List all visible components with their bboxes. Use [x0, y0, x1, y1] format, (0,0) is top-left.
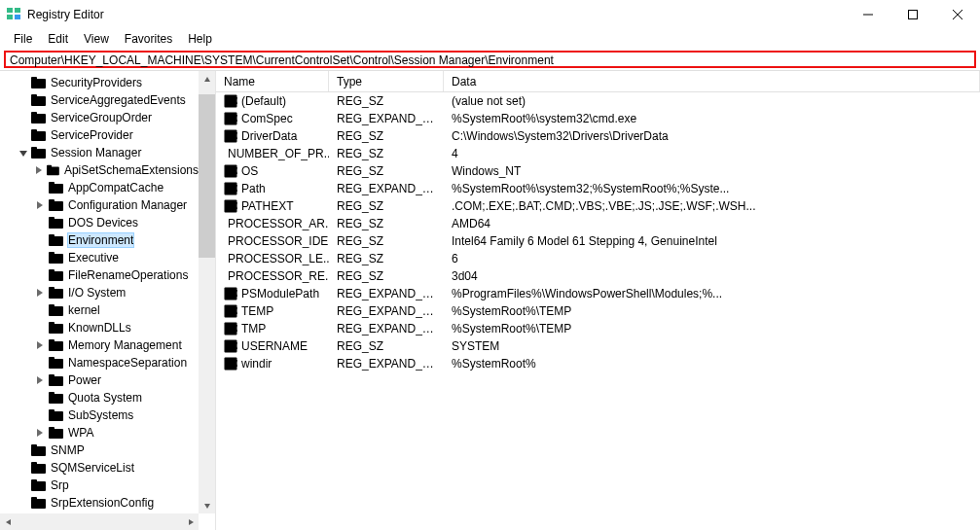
column-header-name[interactable]: Name [216, 71, 329, 91]
folder-icon [47, 163, 60, 177]
tree-item-label: Executive [68, 251, 119, 265]
tree-item[interactable]: NamespaceSeparation [0, 354, 199, 371]
tree-item-label: SubSystems [68, 408, 133, 422]
value-name: DriverData [241, 129, 297, 143]
list-row[interactable]: PSModulePathREG_EXPAND_SZ%ProgramFiles%\… [216, 285, 980, 302]
folder-icon [49, 338, 64, 352]
value-data: %SystemRoot%\TEMP [444, 304, 980, 318]
tree-item[interactable]: ServiceProvider [0, 126, 199, 144]
folder-icon [49, 373, 64, 387]
tree-item[interactable]: Quota System [0, 389, 199, 406]
tree-item[interactable]: SubSystems [0, 406, 199, 424]
tree-item[interactable]: kernel [0, 301, 199, 319]
tree-item[interactable]: Memory Management [0, 336, 199, 354]
tree-item-label: ServiceAggregatedEvents [51, 93, 186, 107]
scroll-left-button[interactable] [0, 513, 17, 530]
tree-item[interactable]: ServiceGroupOrder [0, 109, 199, 126]
expand-toggle [18, 444, 29, 456]
list-row[interactable]: NUMBER_OF_PR...REG_SZ4 [216, 145, 980, 162]
list-row[interactable]: DriverDataREG_SZC:\Windows\System32\Driv… [216, 127, 980, 145]
list-row[interactable]: TEMPREG_EXPAND_SZ%SystemRoot%\TEMP [216, 302, 980, 320]
svg-rect-8 [7, 15, 13, 19]
value-name: windir [241, 357, 272, 371]
scroll-right-button[interactable] [182, 513, 199, 530]
column-header-type[interactable]: Type [329, 71, 444, 91]
expand-toggle [18, 479, 29, 491]
tree-item[interactable]: SQMServiceList [0, 459, 199, 477]
value-type: REG_EXPAND_SZ [329, 304, 444, 318]
tree-item[interactable]: ServiceAggregatedEvents [0, 91, 199, 109]
tree-item[interactable]: ApiSetSchemaExtensions [0, 161, 199, 179]
expand-toggle[interactable] [35, 199, 47, 211]
minimize-button[interactable] [846, 0, 890, 29]
scroll-thumb[interactable] [199, 94, 215, 258]
close-button[interactable] [935, 0, 980, 29]
list-row[interactable]: PROCESSOR_LE...REG_SZ6 [216, 250, 980, 267]
expand-toggle[interactable] [35, 287, 47, 299]
tree-item[interactable]: Configuration Manager [0, 196, 199, 214]
tree-item[interactable]: WPA [0, 424, 199, 442]
list-row[interactable]: PROCESSOR_RE...REG_SZ3d04 [216, 267, 980, 285]
svg-marker-14 [204, 77, 210, 82]
tree-item[interactable]: AppCompatCache [0, 179, 199, 196]
expand-toggle [35, 357, 47, 369]
folder-icon [49, 408, 64, 422]
string-value-icon [224, 112, 237, 125]
list-row[interactable]: (Default)REG_SZ(value not set) [216, 92, 980, 110]
address-bar[interactable]: Computer\HKEY_LOCAL_MACHINE\SYSTEM\Curre… [4, 51, 976, 68]
list-row[interactable]: PROCESSOR_IDE...REG_SZIntel64 Family 6 M… [216, 232, 980, 250]
string-value-icon [224, 357, 237, 371]
value-name: Path [241, 182, 266, 195]
scroll-up-button[interactable] [199, 71, 215, 88]
tree-item[interactable]: Session Manager [0, 144, 199, 161]
tree-item-label: DOS Devices [68, 216, 138, 230]
tree-horizontal-scrollbar[interactable] [0, 513, 199, 530]
string-value-icon [224, 199, 237, 213]
tree-item[interactable]: Environment [0, 231, 199, 249]
values-list[interactable]: (Default)REG_SZ(value not set)ComSpecREG… [216, 92, 980, 372]
list-row[interactable]: USERNAMEREG_SZSYSTEM [216, 337, 980, 355]
column-header-data[interactable]: Data [444, 71, 980, 91]
menu-edit[interactable]: Edit [42, 32, 74, 46]
expand-toggle[interactable] [35, 427, 47, 439]
menu-view[interactable]: View [78, 32, 115, 46]
tree-item[interactable]: FileRenameOperations [0, 266, 199, 284]
tree-item[interactable]: SecurityProviders [0, 74, 199, 91]
menu-help[interactable]: Help [182, 32, 218, 46]
scroll-down-button[interactable] [199, 497, 215, 513]
tree-item-label: WPA [68, 426, 93, 440]
value-data: C:\Windows\System32\Drivers\DriverData [444, 129, 980, 143]
maximize-button[interactable] [890, 0, 935, 29]
tree-item[interactable]: KnownDLLs [0, 319, 199, 336]
tree-item[interactable]: Power [0, 371, 199, 389]
tree-item[interactable]: Executive [0, 249, 199, 266]
expand-toggle [18, 497, 29, 509]
menu-file[interactable]: File [8, 32, 38, 46]
expand-toggle[interactable] [35, 374, 47, 386]
registry-tree[interactable]: SecurityProvidersServiceAggregatedEvents… [0, 71, 199, 512]
list-row[interactable]: ComSpecREG_EXPAND_SZ%SystemRoot%\system3… [216, 110, 980, 127]
list-row[interactable]: windirREG_EXPAND_SZ%SystemRoot% [216, 355, 980, 372]
list-row[interactable]: PATHEXTREG_SZ.COM;.EXE;.BAT;.CMD;.VBS;.V… [216, 197, 980, 215]
expand-toggle[interactable] [18, 147, 29, 159]
svg-marker-15 [204, 504, 210, 509]
tree-item-label: ServiceGroupOrder [51, 111, 152, 124]
list-row[interactable]: OSREG_SZWindows_NT [216, 162, 980, 180]
expand-toggle[interactable] [35, 164, 45, 176]
tree-item-label: NamespaceSeparation [68, 356, 187, 370]
tree-item[interactable]: DOS Devices [0, 214, 199, 231]
value-type: REG_EXPAND_SZ [329, 112, 444, 125]
tree-vertical-scrollbar[interactable] [199, 71, 215, 513]
tree-item[interactable]: I/O System [0, 284, 199, 301]
list-row[interactable]: PROCESSOR_AR...REG_SZAMD64 [216, 215, 980, 232]
menu-favorites[interactable]: Favorites [119, 32, 178, 46]
folder-icon [49, 233, 64, 247]
tree-item[interactable]: Srp [0, 477, 199, 494]
list-row[interactable]: TMPREG_EXPAND_SZ%SystemRoot%\TEMP [216, 320, 980, 337]
list-row[interactable]: PathREG_EXPAND_SZ%SystemRoot%\system32;%… [216, 180, 980, 197]
expand-toggle[interactable] [35, 339, 47, 351]
expand-toggle [35, 234, 47, 246]
tree-item[interactable]: SNMP [0, 442, 199, 459]
tree-item-label: Configuration Manager [68, 198, 187, 212]
tree-item[interactable]: SrpExtensionConfig [0, 494, 199, 512]
